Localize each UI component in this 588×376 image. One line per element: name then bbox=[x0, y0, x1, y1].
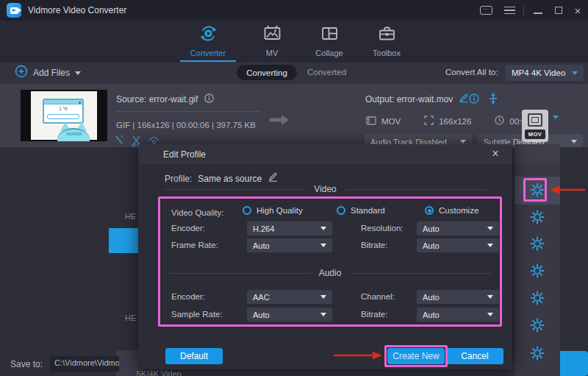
save-to-path-field[interactable]: C:\Vidmore\Vidmor bbox=[50, 356, 119, 372]
format-badge-label: MOV bbox=[525, 130, 545, 139]
chevron-down-icon bbox=[320, 295, 326, 299]
tab-mv[interactable]: MV bbox=[243, 24, 301, 62]
chevron-down-icon bbox=[320, 244, 326, 247]
maximize-icon[interactable] bbox=[550, 0, 567, 21]
convert-all-dropdown[interactable]: MP4 4K Video bbox=[506, 65, 584, 81]
titlebar: Vidmore Video Converter ··· × bbox=[0, 0, 588, 21]
radio-customize[interactable]: Customize bbox=[425, 206, 478, 215]
radio-standard[interactable]: Standard bbox=[337, 206, 385, 215]
toolbar-row: Add Files Converting Converted Convert A… bbox=[0, 62, 588, 84]
output-filename: Output: error-wait.mov bbox=[365, 94, 453, 104]
output-info-icon[interactable] bbox=[469, 93, 479, 107]
clock-icon bbox=[495, 115, 504, 128]
audio-encoder-label: Encoder: bbox=[171, 292, 205, 301]
gear-icon[interactable] bbox=[529, 263, 545, 279]
divider bbox=[345, 189, 486, 190]
gear-icon[interactable] bbox=[529, 290, 545, 306]
audio-encoder-dropdown[interactable]: AAC bbox=[247, 290, 332, 304]
converter-icon bbox=[198, 24, 218, 46]
audio-section-header: Audio bbox=[319, 268, 342, 278]
tab-converter-label: Converter bbox=[190, 49, 226, 57]
convert-all-label: Convert All to: bbox=[445, 68, 498, 77]
video-bitrate-dropdown[interactable]: Auto bbox=[417, 238, 499, 252]
channel-label: Channel: bbox=[361, 292, 395, 301]
cancel-button[interactable]: Cancel bbox=[446, 348, 503, 364]
dropdown-value: H.264 bbox=[253, 224, 274, 233]
divider bbox=[116, 111, 260, 112]
radio-label: Standard bbox=[351, 206, 385, 215]
film-icon bbox=[366, 115, 376, 128]
tab-converting[interactable]: Converting bbox=[237, 65, 297, 80]
tab-collage[interactable]: Collage bbox=[300, 24, 359, 62]
app-title: Vidmore Video Converter bbox=[28, 5, 126, 15]
output-format-badge[interactable]: MOV bbox=[522, 110, 548, 142]
chevron-down-icon bbox=[571, 140, 577, 143]
dialog-header: Edit Profile × bbox=[138, 144, 512, 164]
toolbox-icon bbox=[377, 24, 397, 46]
radio-label: Customize bbox=[439, 206, 478, 215]
dropdown-value: Auto bbox=[253, 311, 270, 319]
divider bbox=[350, 273, 491, 274]
video-thumbnail[interactable]: 1 % bbox=[21, 90, 107, 141]
video-encoder-dropdown[interactable]: H.264 bbox=[247, 221, 332, 235]
profile-list-fragment: HE bbox=[125, 313, 136, 322]
profile-list-bottom-fragment: 5K/4K Video bbox=[137, 369, 182, 376]
nav-tabbar: Converter MV bbox=[0, 21, 588, 62]
dropdown-value: Auto bbox=[423, 293, 440, 302]
vidmore-video-converter-window: Vidmore Video Converter ··· × Converter bbox=[0, 0, 588, 376]
tab-toolbox[interactable]: Toolbox bbox=[357, 24, 416, 62]
selected-profile-fragment bbox=[109, 228, 138, 253]
arrow-right-icon bbox=[268, 113, 290, 130]
tab-converter[interactable]: Converter bbox=[179, 24, 237, 62]
chevron-down-icon bbox=[572, 71, 578, 75]
convert-all-value: MP4 4K Video bbox=[512, 68, 565, 77]
minimize-icon[interactable] bbox=[529, 0, 547, 21]
reorder-move-icon[interactable] bbox=[488, 93, 498, 107]
source-file-info: GIF | 166x126 | 00:00:06 | 397.75 KB bbox=[116, 121, 256, 130]
resolution-dropdown[interactable]: Auto bbox=[417, 221, 499, 235]
output-resolution: 166x126 bbox=[439, 117, 471, 126]
gear-icon[interactable] bbox=[529, 235, 545, 252]
format-caret-icon[interactable] bbox=[553, 119, 559, 132]
magic-wand-icon bbox=[115, 135, 124, 147]
add-files-button[interactable]: Add Files bbox=[15, 65, 81, 81]
dialog-close-icon[interactable]: × bbox=[489, 147, 502, 160]
radio-icon bbox=[337, 206, 345, 215]
default-button[interactable]: Default bbox=[165, 348, 223, 364]
video-section-header: Video bbox=[314, 184, 336, 194]
chevron-down-icon bbox=[320, 313, 326, 316]
radio-high-quality[interactable]: High Quality bbox=[243, 206, 303, 215]
frame-rate-dropdown[interactable]: Auto bbox=[247, 238, 332, 252]
radio-icon bbox=[243, 206, 251, 215]
feedback-icon[interactable]: ··· bbox=[476, 0, 495, 21]
audio-bitrate-dropdown[interactable]: Auto bbox=[417, 308, 499, 322]
rename-pencil-icon[interactable] bbox=[459, 93, 469, 106]
sample-rate-dropdown[interactable]: Auto bbox=[247, 308, 332, 322]
tab-converted[interactable]: Converted bbox=[307, 68, 346, 77]
tab-collage-label: Collage bbox=[315, 49, 343, 57]
radio-icon bbox=[425, 206, 434, 215]
gear-icon[interactable] bbox=[529, 345, 545, 361]
chevron-down-icon bbox=[75, 71, 81, 75]
chevron-down-icon bbox=[320, 227, 326, 230]
save-to-label: Save to: bbox=[10, 359, 43, 369]
menu-icon[interactable] bbox=[500, 0, 519, 21]
source-info-icon[interactable] bbox=[204, 93, 214, 106]
source-filename: Source: error-wait.gif bbox=[116, 94, 198, 104]
titlebar-separator bbox=[523, 5, 524, 15]
radio-label: High Quality bbox=[257, 206, 303, 215]
channel-dropdown[interactable]: Auto bbox=[417, 290, 499, 304]
add-files-label: Add Files bbox=[33, 68, 70, 78]
gear-icon[interactable] bbox=[529, 209, 545, 225]
profile-value: Same as source bbox=[198, 174, 262, 184]
video-bitrate-label: Bitrate: bbox=[361, 241, 387, 249]
dropdown-value: Auto bbox=[423, 311, 440, 319]
dropdown-value: Auto bbox=[423, 224, 440, 233]
annotation-box-gear bbox=[523, 178, 547, 202]
annotation-box-settings: Video Quality: High Quality Standard Cus… bbox=[158, 196, 502, 327]
gear-icon[interactable] bbox=[529, 317, 545, 333]
chevron-down-icon bbox=[487, 244, 493, 247]
app-logo-icon bbox=[7, 3, 21, 18]
tab-toolbox-label: Toolbox bbox=[373, 49, 401, 57]
close-icon[interactable]: × bbox=[569, 0, 587, 21]
